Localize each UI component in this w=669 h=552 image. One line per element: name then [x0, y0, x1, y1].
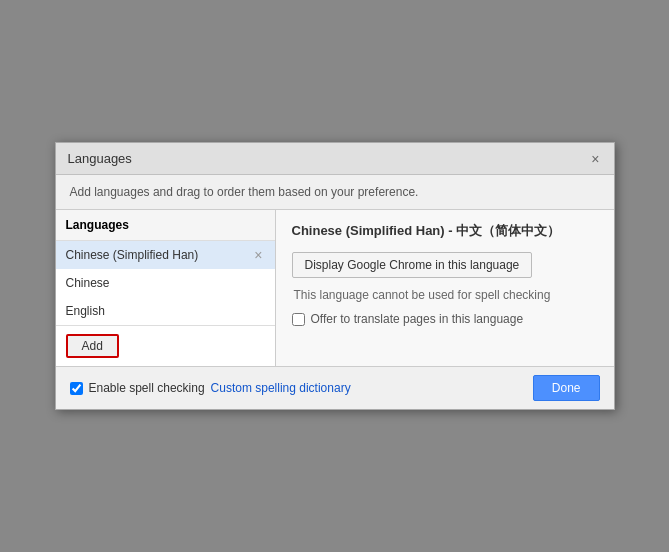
spell-checking-checkbox[interactable]	[70, 382, 83, 395]
language-name: Chinese (Simplified Han)	[66, 248, 199, 262]
selected-language-title: Chinese (Simplified Han) - 中文（简体中文）	[292, 222, 598, 240]
languages-dialog: Languages × Add languages and drag to or…	[55, 142, 615, 410]
language-name: Chinese	[66, 276, 110, 290]
dialog-footer: Enable spell checking Custom spelling di…	[56, 367, 614, 409]
display-chrome-button[interactable]: Display Google Chrome in this language	[292, 252, 533, 278]
close-button[interactable]: ×	[589, 152, 601, 166]
spell-checking-label: Enable spell checking	[89, 381, 205, 395]
language-list: Chinese (Simplified Han) × Chinese Engli…	[56, 241, 275, 325]
custom-dict-link[interactable]: Custom spelling dictionary	[211, 381, 351, 395]
translate-row: Offer to translate pages in this languag…	[292, 312, 598, 326]
left-panel-footer: Add	[56, 325, 275, 366]
done-button[interactable]: Done	[533, 375, 600, 401]
remove-language-button[interactable]: ×	[252, 248, 264, 262]
right-panel: Chinese (Simplified Han) - 中文（简体中文） Disp…	[276, 210, 614, 366]
left-panel: Languages Chinese (Simplified Han) × Chi…	[56, 210, 276, 366]
translate-checkbox[interactable]	[292, 313, 305, 326]
spell-check-note: This language cannot be used for spell c…	[292, 288, 598, 302]
list-item[interactable]: Chinese (Simplified Han) ×	[56, 241, 275, 269]
list-item[interactable]: English	[56, 297, 275, 325]
spell-footer-row: Enable spell checking Custom spelling di…	[70, 381, 525, 395]
dialog-subtitle: Add languages and drag to order them bas…	[56, 175, 614, 209]
language-name: English	[66, 304, 105, 318]
languages-list-header: Languages	[56, 210, 275, 241]
list-item[interactable]: Chinese	[56, 269, 275, 297]
dialog-body: Languages Chinese (Simplified Han) × Chi…	[56, 209, 614, 367]
dialog-titlebar: Languages ×	[56, 143, 614, 175]
dialog-title: Languages	[68, 151, 132, 166]
add-language-button[interactable]: Add	[66, 334, 119, 358]
translate-label: Offer to translate pages in this languag…	[311, 312, 524, 326]
